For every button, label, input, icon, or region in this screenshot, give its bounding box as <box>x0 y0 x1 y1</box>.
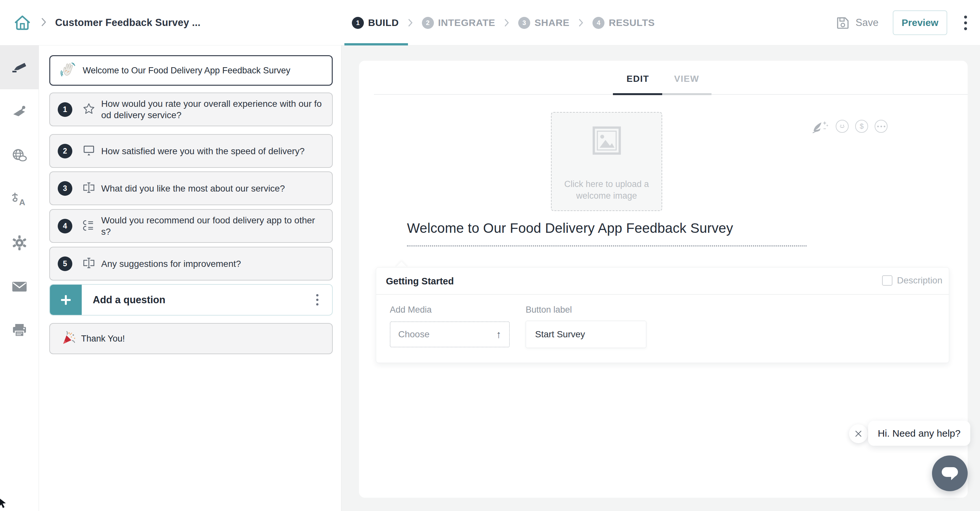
upload-hint-text: Click here to upload a welcome image <box>560 178 653 202</box>
chat-bubble-icon <box>940 465 959 481</box>
question-number-badge: 2 <box>58 144 72 158</box>
save-button[interactable]: Save <box>835 15 878 30</box>
title-dotted-underline <box>407 233 807 246</box>
getting-started-heading: Getting Started <box>386 276 454 287</box>
sidebar-item-build[interactable] <box>0 45 39 89</box>
translate-icon: A <box>11 192 28 206</box>
step-chevron-icon <box>579 19 583 27</box>
welcome-screen-card[interactable]: Welcome to Our Food Delivery App Feedbac… <box>49 55 333 86</box>
tab-edit-underline <box>613 93 662 95</box>
step-integrate[interactable]: 2 INTEGRATE <box>422 17 495 29</box>
printer-icon <box>11 323 27 338</box>
globe-icon <box>11 148 28 163</box>
thank-you-card[interactable]: Thank You! <box>49 323 333 354</box>
variable-dollar-icon[interactable]: $ <box>855 120 868 133</box>
tab-view-underline <box>662 93 711 95</box>
step-chevron-icon <box>504 19 509 27</box>
left-icon-rail: A <box>0 45 39 511</box>
breadcrumb[interactable]: Customer Feedback Survey ... <box>55 17 200 29</box>
add-question-kebab-icon[interactable] <box>316 294 318 305</box>
question-text: How would you rate your overall experien… <box>101 98 324 121</box>
sidebar-item-print[interactable] <box>0 308 39 352</box>
question-text: What did you like the most about our ser… <box>101 183 324 194</box>
question-text: Would you recommend our food delivery ap… <box>101 215 324 237</box>
waving-hand-emoji-icon <box>60 62 77 79</box>
svg-text:A: A <box>19 197 25 206</box>
sidebar-item-settings[interactable] <box>0 221 39 265</box>
step-chevron-icon <box>408 19 413 27</box>
home-icon[interactable] <box>12 14 32 32</box>
question-number-badge: 3 <box>58 181 72 196</box>
upload-arrow-icon: ↑ <box>496 329 501 340</box>
envelope-icon <box>11 281 27 293</box>
opinion-scale-icon <box>82 143 96 159</box>
top-header: Customer Feedback Survey ... 1 BUILD 2 I… <box>0 0 980 45</box>
tab-edit[interactable]: EDIT <box>619 74 657 84</box>
sidebar-item-language[interactable]: A <box>0 177 39 221</box>
step-build[interactable]: 1 BUILD <box>352 17 399 29</box>
star-rating-icon <box>82 102 96 117</box>
getting-started-header: Getting Started Description <box>376 268 949 295</box>
step-share[interactable]: 3 SHARE <box>518 17 570 29</box>
save-floppy-icon <box>835 15 850 30</box>
active-step-underline <box>344 43 408 45</box>
welcome-image-upload[interactable]: Click here to upload a welcome image <box>551 112 662 211</box>
chat-launcher-button[interactable] <box>932 455 968 491</box>
question-text: How satisfied were you with the speed of… <box>101 145 324 157</box>
sidebar-item-email[interactable] <box>0 265 39 308</box>
chat-greeting-bubble[interactable]: Hi. Need any help? <box>868 421 970 446</box>
add-question-button[interactable]: Add a question <box>49 284 333 316</box>
gear-icon <box>11 235 27 251</box>
getting-started-card: Getting Started Description Add Media Bu… <box>376 267 949 363</box>
text-input-icon <box>82 256 96 271</box>
question-card-2[interactable]: 2 How satisfied were you with the speed … <box>49 134 333 168</box>
pencil-icon <box>11 61 28 75</box>
question-number-badge: 4 <box>58 219 72 233</box>
ai-quill-icon[interactable] <box>812 118 829 134</box>
question-number-badge: 5 <box>58 257 72 271</box>
wizard-steps: 1 BUILD 2 INTEGRATE 3 SHARE 4 RESULTS <box>352 0 655 45</box>
more-options-kebab-icon[interactable] <box>961 13 970 33</box>
design-trowel-icon <box>11 104 27 119</box>
question-card-4[interactable]: 4 Would you recommend our food delivery … <box>49 209 333 243</box>
question-list-panel: Welcome to Our Food Delivery App Feedbac… <box>39 45 342 511</box>
chat-dismiss-button[interactable] <box>849 424 868 443</box>
party-popper-emoji-icon <box>62 331 76 347</box>
more-ellipsis-icon[interactable] <box>875 120 888 133</box>
description-label: Description <box>897 275 942 286</box>
description-checkbox[interactable] <box>882 275 892 286</box>
choose-label: Choose <box>398 329 430 340</box>
mouse-cursor <box>0 499 8 511</box>
thank-you-label: Thank You! <box>81 334 125 344</box>
close-icon <box>854 430 862 438</box>
add-media-choose-dropdown[interactable]: Choose ↑ <box>390 321 510 347</box>
sidebar-item-web[interactable] <box>0 133 39 177</box>
multiple-choice-icon <box>82 218 96 234</box>
sidebar-item-design[interactable] <box>0 89 39 133</box>
chat-greeting-text: Hi. Need any help? <box>878 428 961 439</box>
text-input-icon <box>82 180 96 196</box>
button-label-label: Button label <box>526 305 572 315</box>
question-text: Any suggestions for improvement? <box>101 258 324 270</box>
preview-button[interactable]: Preview <box>893 10 947 35</box>
emoji-picker-icon[interactable] <box>836 120 849 133</box>
add-question-label: Add a question <box>93 294 165 306</box>
question-number-badge: 1 <box>58 102 72 117</box>
plus-icon <box>60 294 72 306</box>
breadcrumb-chevron-icon <box>41 17 47 28</box>
question-card-3[interactable]: 3 What did you like the most about our s… <box>49 171 333 205</box>
button-label-input[interactable] <box>526 321 646 348</box>
step-results[interactable]: 4 RESULTS <box>592 17 655 29</box>
image-placeholder-icon <box>592 126 622 155</box>
question-card-5[interactable]: 5 Any suggestions for improvement? <box>49 247 333 281</box>
question-card-1[interactable]: 1 How would you rate your overall experi… <box>49 93 333 126</box>
welcome-card-label: Welcome to Our Food Delivery App Feedbac… <box>83 65 290 76</box>
add-media-label: Add Media <box>390 305 432 315</box>
tab-view[interactable]: VIEW <box>667 74 707 84</box>
